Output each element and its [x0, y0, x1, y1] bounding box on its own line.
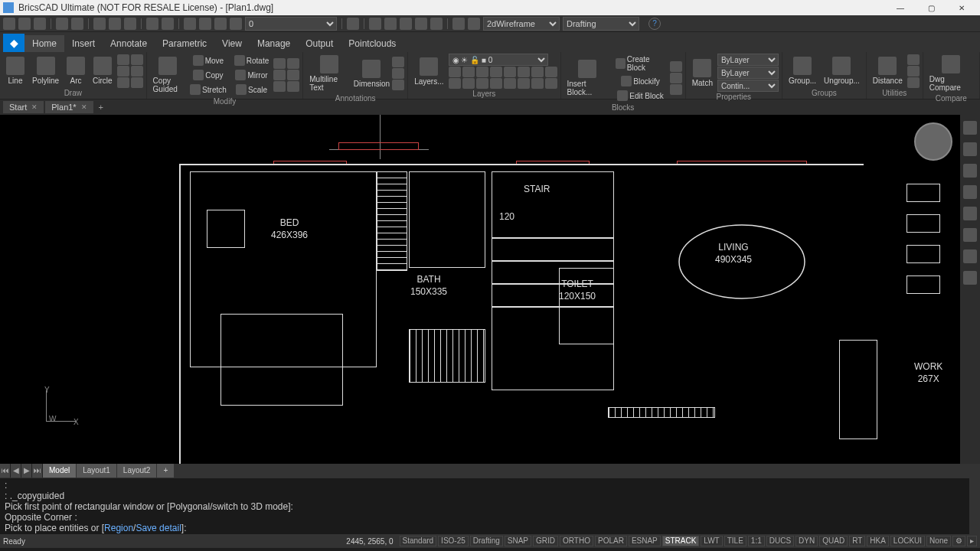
drawing-canvas[interactable]: BED426X396 BATH150X335 STAIR 120 TOILET1…	[0, 115, 960, 464]
save-icon[interactable]	[34, 18, 46, 30]
tab-pointclouds[interactable]: Pointclouds	[341, 35, 403, 52]
status-esnap[interactable]: ESNAP	[629, 536, 661, 546]
dimension-button[interactable]: Dimension	[353, 58, 390, 90]
layer-tool-icon[interactable]	[462, 67, 475, 77]
field-icon[interactable]	[392, 80, 404, 90]
layer-tool-icon[interactable]	[462, 78, 475, 89]
last-layout-button[interactable]: ⏭	[32, 464, 43, 478]
edit-block-button[interactable]: Edit Block	[612, 89, 668, 103]
layer-tool-icon[interactable]	[531, 78, 544, 89]
match-button[interactable]: Match	[689, 57, 716, 89]
fillet-icon[interactable]	[273, 70, 286, 80]
copyguided-button[interactable]: Copy Guided	[150, 55, 186, 95]
app-menu-button[interactable]: ◆	[3, 34, 24, 52]
help-icon[interactable]: ?	[648, 18, 661, 30]
print-icon[interactable]	[56, 18, 68, 30]
scale-button[interactable]: Scale	[231, 83, 272, 96]
layer-freeze-icon[interactable]	[199, 18, 211, 30]
explode-icon[interactable]	[287, 70, 299, 80]
table-icon[interactable]	[392, 68, 404, 79]
close-icon[interactable]: ✕	[31, 103, 38, 111]
arc-button[interactable]: Arc	[64, 55, 88, 86]
status-lwt[interactable]: LWT	[701, 536, 722, 546]
rect-icon[interactable]	[117, 54, 129, 65]
visual-icon[interactable]	[468, 18, 480, 30]
area-icon[interactable]	[907, 66, 920, 77]
layer-tool-icon[interactable]	[490, 78, 502, 89]
layer-state-icon[interactable]	[184, 18, 196, 30]
sheet-icon[interactable]	[963, 207, 977, 220]
status-ducs[interactable]: DUCS	[766, 536, 794, 546]
color-select[interactable]: ByLayer	[717, 54, 779, 66]
layer-tool-icon[interactable]	[531, 67, 544, 77]
mtext-button[interactable]: Multiline Text	[306, 54, 351, 93]
status-iso[interactable]: ISO-25	[438, 536, 469, 546]
layers-button[interactable]: Layers...	[411, 56, 446, 87]
redo-icon[interactable]	[162, 18, 174, 30]
status-grid[interactable]: GRID	[533, 536, 558, 546]
prev-layout-button[interactable]: ◀	[11, 464, 21, 478]
attach-icon[interactable]	[963, 185, 977, 199]
viewstyle-dropdown[interactable]: 2dWireframe	[483, 17, 560, 31]
offset-icon[interactable]	[287, 81, 299, 92]
table-icon[interactable]	[430, 18, 443, 30]
lineweight-select[interactable]: ByLayer	[717, 67, 779, 79]
layer-lock-icon[interactable]	[214, 18, 227, 30]
tab-insert[interactable]: Insert	[64, 35, 103, 52]
tab-annotate[interactable]: Annotate	[103, 35, 155, 52]
layers-panel-icon[interactable]	[963, 164, 977, 178]
layer-dropdown[interactable]: 0	[245, 17, 337, 31]
layer-tool-icon[interactable]	[504, 67, 516, 77]
status-dyn[interactable]: DYN	[795, 536, 818, 546]
rotate-button[interactable]: Rotate	[231, 54, 272, 67]
maximize-button[interactable]: ▢	[916, 0, 946, 15]
tab-manage[interactable]: Manage	[250, 35, 298, 52]
id-icon[interactable]	[907, 77, 920, 88]
blockify-button[interactable]: Blockify	[612, 74, 668, 88]
viewcube[interactable]	[914, 122, 952, 161]
text-icon[interactable]	[415, 18, 427, 30]
close-icon[interactable]: ✕	[81, 103, 87, 111]
status-polar[interactable]: POLAR	[595, 536, 627, 546]
status-scale[interactable]: 1:1	[748, 536, 765, 546]
copy-button[interactable]: Copy	[187, 68, 230, 82]
status-strack[interactable]: STRACK	[662, 536, 700, 546]
copy-icon[interactable]	[109, 18, 121, 30]
scrollbar[interactable]	[969, 478, 980, 534]
status-ortho[interactable]: ORTHO	[560, 536, 593, 546]
command-window[interactable]: : : ._copyguided Pick first point of rec…	[0, 478, 980, 534]
gear-icon[interactable]	[452, 18, 465, 30]
dwgcompare-button[interactable]: Dwg Compare	[926, 54, 976, 93]
hatch-icon[interactable]	[400, 18, 412, 30]
model-tab[interactable]: Model	[43, 464, 77, 478]
layer-tool-icon[interactable]	[545, 67, 557, 77]
layer-select[interactable]: ◉ ☀ 🔓 ■ 0	[449, 54, 548, 66]
polyline-button[interactable]: Polyline	[29, 55, 62, 86]
close-button[interactable]: ✕	[946, 0, 977, 15]
layout2-tab[interactable]: Layout2	[117, 464, 158, 478]
layer-tool-icon[interactable]	[476, 67, 488, 77]
measure-icon[interactable]	[907, 54, 920, 65]
line-button[interactable]: Line	[3, 55, 28, 86]
structure-icon[interactable]	[963, 249, 977, 263]
undo-icon[interactable]	[146, 18, 158, 30]
first-layout-button[interactable]: ⏮	[0, 464, 11, 478]
layer-tool-icon[interactable]	[476, 78, 488, 89]
block-icon[interactable]	[369, 18, 381, 30]
status-quad[interactable]: QUAD	[819, 536, 848, 546]
layer-tool-icon[interactable]	[545, 78, 557, 89]
tab-start[interactable]: Start✕	[3, 101, 44, 113]
insert-block-button[interactable]: Insert Block...	[564, 58, 612, 98]
layout1-tab[interactable]: Layout1	[77, 464, 117, 478]
minimize-button[interactable]: —	[885, 0, 916, 15]
tips-icon[interactable]	[963, 121, 977, 135]
array-icon[interactable]	[273, 81, 286, 92]
status-standard[interactable]: Standard	[400, 536, 437, 546]
trim-icon[interactable]	[273, 58, 286, 69]
status-workspace[interactable]: Drafting	[470, 536, 503, 546]
block-tool-icon[interactable]	[670, 73, 682, 83]
circle-button[interactable]: Circle	[90, 55, 116, 86]
status-none[interactable]: None	[926, 536, 951, 546]
point-icon[interactable]	[131, 66, 143, 77]
command-prompt[interactable]: Pick to place entities or [Region/Save d…	[5, 523, 975, 533]
